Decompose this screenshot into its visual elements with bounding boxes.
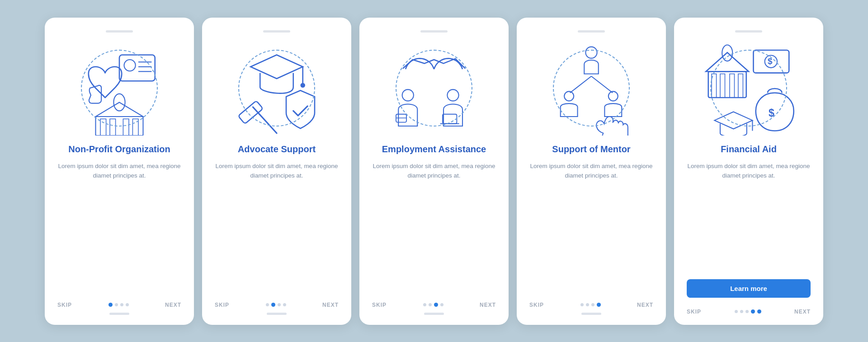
scroll-indicator — [424, 313, 444, 315]
learn-more-button[interactable]: Learn more — [687, 279, 811, 298]
card-nonprofit: Non-Profit Organization Lorem ipsum dolo… — [45, 18, 194, 325]
top-bar — [420, 30, 448, 33]
dot-1 — [108, 303, 113, 307]
skip-button[interactable]: SKIP — [215, 302, 229, 308]
illustration-nonprofit — [72, 41, 167, 136]
dot-4 — [283, 303, 286, 306]
card-advocate: Advocate Support Lorem ipsum dolor sit d… — [202, 18, 351, 325]
dot-2 — [429, 303, 432, 306]
card-footer: SKIP NEXT — [687, 304, 811, 315]
illustration-employment — [387, 41, 481, 136]
dot-1 — [735, 310, 738, 313]
pagination-dots — [108, 303, 129, 307]
dot-4 — [597, 303, 601, 307]
pagination-dots — [580, 303, 601, 307]
scroll-indicator — [109, 313, 129, 315]
card-footer: SKIP NEXT — [372, 297, 496, 308]
card-title: Advocate Support — [238, 144, 316, 155]
dot-1 — [266, 303, 269, 306]
next-button[interactable]: NEXT — [480, 302, 496, 308]
dot-1 — [423, 303, 426, 306]
illustration-mentor — [544, 41, 639, 136]
dot-2 — [115, 303, 118, 306]
dashed-circle — [553, 50, 630, 126]
scroll-indicator — [581, 313, 601, 315]
skip-button[interactable]: SKIP — [57, 302, 72, 308]
dot-5 — [757, 309, 761, 314]
dot-3 — [120, 303, 123, 306]
card-financial: $ $ Financial Aid Lorem ipsum dolor sit … — [674, 18, 823, 325]
dot-3 — [745, 310, 749, 313]
dashed-circle — [396, 50, 472, 126]
card-title: Financial Aid — [721, 144, 777, 155]
dot-2 — [271, 303, 275, 307]
top-bar — [263, 30, 290, 33]
top-bar — [735, 30, 762, 33]
scroll-indicator — [267, 313, 287, 315]
illustration-advocate — [229, 41, 324, 136]
dot-3 — [278, 303, 281, 306]
card-title: Employment Assistance — [382, 144, 486, 155]
dot-1 — [580, 303, 584, 306]
card-body: Lorem ipsum dolor sit dim amet, mea regi… — [57, 161, 181, 289]
card-footer: SKIP NEXT — [57, 297, 181, 308]
dot-4 — [751, 309, 755, 314]
top-bar — [106, 30, 133, 33]
dot-3 — [434, 303, 438, 307]
pagination-dots — [423, 303, 443, 307]
dashed-circle — [81, 50, 158, 126]
dot-2 — [586, 303, 589, 306]
pagination-dots — [266, 303, 286, 307]
skip-button[interactable]: SKIP — [372, 302, 387, 308]
card-title: Non-Profit Organization — [68, 144, 170, 155]
dot-4 — [440, 303, 443, 306]
card-employment: Employment Assistance Lorem ipsum dolor … — [359, 18, 509, 325]
cards-container: Non-Profit Organization Lorem ipsum dolo… — [27, 4, 841, 338]
dashed-circle — [710, 50, 787, 126]
dot-4 — [126, 303, 129, 306]
card-body: Lorem ipsum dolor sit dim amet, mea regi… — [372, 161, 496, 289]
card-body: Lorem ipsum dolor sit dim amet, mea regi… — [215, 161, 339, 289]
card-footer: SKIP NEXT — [529, 297, 653, 308]
next-button[interactable]: NEXT — [165, 302, 181, 308]
next-button[interactable]: NEXT — [322, 302, 339, 308]
card-mentor: Support of Mentor Lorem ipsum dolor sit … — [517, 18, 666, 325]
pagination-dots — [735, 309, 761, 314]
card-body: Lorem ipsum dolor sit dim amet, mea regi… — [529, 161, 653, 289]
skip-button[interactable]: SKIP — [687, 309, 701, 315]
dot-3 — [591, 303, 594, 306]
next-button[interactable]: NEXT — [637, 302, 653, 308]
card-footer: SKIP NEXT — [215, 297, 339, 308]
card-title: Support of Mentor — [552, 144, 630, 155]
dot-2 — [740, 310, 743, 313]
dashed-circle — [238, 50, 315, 126]
skip-button[interactable]: SKIP — [529, 302, 544, 308]
card-body: Lorem ipsum dolor sit dim amet, mea regi… — [687, 161, 811, 271]
illustration-financial: $ $ — [701, 41, 796, 136]
next-button[interactable]: NEXT — [794, 309, 811, 315]
top-bar — [578, 30, 605, 33]
